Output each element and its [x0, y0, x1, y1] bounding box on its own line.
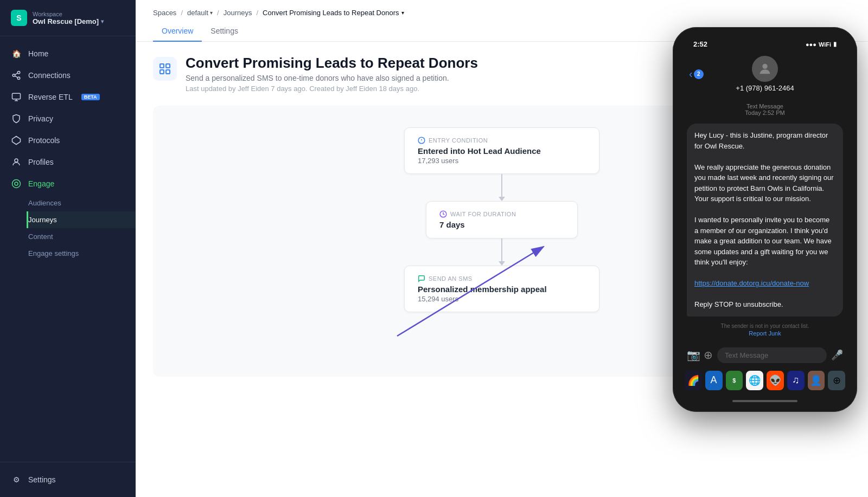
- sidebar-logo: S: [11, 10, 27, 26]
- phone-screen: 2:52 ●●● WiFi ▮ ‹ 2 +1 (978) 961-2464: [680, 35, 850, 404]
- phone-status-bar: 2:52 ●●● WiFi ▮: [680, 35, 850, 51]
- sidebar-item-home[interactable]: 🏠 Home: [0, 43, 136, 64]
- svg-point-10: [12, 180, 21, 188]
- chrome-dock-icon[interactable]: 🌐: [746, 371, 763, 390]
- entry-condition-node[interactable]: Entry condition Entered into Hot Lead Au…: [404, 127, 599, 174]
- flow-arrow-1: [499, 197, 505, 201]
- svg-rect-12: [160, 64, 164, 68]
- flow-arrow-2: [499, 261, 505, 266]
- chat-disclaimer: The sender is not in your contact list.: [687, 320, 843, 330]
- text-message-input[interactable]: Text Message: [717, 347, 827, 363]
- svg-rect-13: [166, 64, 170, 68]
- svg-marker-8: [12, 137, 21, 145]
- sidebar-item-content[interactable]: Content: [28, 228, 136, 245]
- profiles-icon: [11, 157, 22, 167]
- sidebar-item-settings[interactable]: ⚙ Settings: [0, 469, 136, 490]
- svg-line-3: [15, 76, 17, 78]
- sidebar-bottom: ⚙ Settings: [0, 462, 136, 497]
- home-indicator: [732, 400, 797, 402]
- breadcrumb-default[interactable]: default ▾: [187, 9, 213, 17]
- phone-input-icons: 📷 ⊕: [687, 348, 713, 362]
- sidebar-item-reverse-etl[interactable]: Reverse ETL BETA: [0, 86, 136, 108]
- svg-point-2: [17, 77, 20, 80]
- settings-icon: ⚙: [11, 474, 22, 485]
- phone-back-button[interactable]: ‹ 2: [689, 68, 704, 80]
- back-chevron-icon: ‹: [689, 68, 693, 80]
- user-dock-icon[interactable]: 👤: [808, 371, 825, 390]
- phone-home-bar: [680, 396, 850, 404]
- extra-dock-icon[interactable]: ⊕: [828, 371, 845, 390]
- sidebar-item-connections[interactable]: Connections: [0, 64, 136, 86]
- phone-avatar: [752, 56, 778, 82]
- svg-rect-14: [166, 70, 170, 74]
- journey-icon: [153, 57, 177, 81]
- sms-title: Personalized membership appeal: [418, 285, 586, 294]
- breadcrumb-journeys[interactable]: Journeys: [224, 9, 252, 17]
- journey-info: Convert Promising Leads to Repeat Donors…: [186, 55, 478, 93]
- sidebar-item-profiles[interactable]: Profiles: [0, 151, 136, 173]
- wait-duration-node[interactable]: Wait for duration 7 days: [426, 201, 578, 238]
- sidebar-item-journeys[interactable]: Journeys: [27, 211, 136, 228]
- chat-bubble: Hey Lucy - this is Justine, program dire…: [687, 124, 843, 317]
- appstore-dock-icon[interactable]: A: [705, 371, 723, 390]
- svg-point-1: [12, 74, 15, 77]
- svg-point-22: [762, 64, 767, 69]
- beta-badge: BETA: [81, 94, 100, 100]
- appstore-icon[interactable]: ⊕: [704, 348, 713, 362]
- message-link[interactable]: https://donate.dotorg.icu/donate-now: [694, 279, 809, 287]
- sidebar-item-protocols[interactable]: Protocols: [0, 130, 136, 151]
- phone-status-icons: ●●● WiFi ▮: [806, 41, 837, 48]
- connections-icon: [11, 70, 22, 81]
- sidebar-item-audiences[interactable]: Audiences: [28, 195, 136, 211]
- breadcrumb-sep-3: /: [256, 9, 258, 17]
- svg-point-0: [17, 72, 20, 74]
- journey-meta: Last updated by Jeff Eiden 7 days ago. C…: [186, 85, 478, 93]
- svg-rect-15: [160, 70, 164, 74]
- music-dock-icon[interactable]: ♫: [787, 371, 805, 390]
- protocols-icon: [11, 135, 22, 146]
- sidebar-item-privacy[interactable]: Privacy: [0, 108, 136, 130]
- send-sms-node[interactable]: Send an SMS Personalized membership appe…: [404, 266, 599, 312]
- sidebar-header: S Workspace Owl Rescue [Demo] ▾: [0, 0, 136, 36]
- breadcrumb-dropdown-icon: ▾: [401, 10, 404, 16]
- reverse-etl-icon: [11, 92, 22, 102]
- phone-chat-area: Text Message Today 2:52 PM Hey Lucy - th…: [680, 99, 850, 343]
- flow-connector-2: [499, 238, 505, 266]
- workspace-info: Workspace Owl Rescue [Demo] ▾: [33, 11, 104, 25]
- wait-title: 7 days: [439, 220, 564, 229]
- sms-label: Send an SMS: [418, 275, 586, 282]
- camera-icon[interactable]: 📷: [687, 348, 700, 362]
- flow-line-2: [501, 238, 502, 261]
- battery-icon: ▮: [833, 41, 837, 48]
- breadcrumb-spaces[interactable]: Spaces: [153, 9, 176, 17]
- reddit-dock-icon[interactable]: 👽: [767, 371, 784, 390]
- sidebar: S Workspace Owl Rescue [Demo] ▾ 🏠 Home C…: [0, 0, 136, 497]
- photos-dock-icon[interactable]: 🌈: [685, 371, 702, 390]
- sidebar-item-engage[interactable]: Engage: [0, 173, 136, 195]
- chat-report-junk[interactable]: Report Junk: [687, 330, 843, 337]
- phone-frame: 2:52 ●●● WiFi ▮ ‹ 2 +1 (978) 961-2464: [673, 27, 857, 412]
- cash-dock-icon[interactable]: $: [726, 371, 743, 390]
- mic-icon[interactable]: 🎤: [831, 349, 843, 361]
- flow-line-1: [501, 174, 502, 197]
- entry-title: Entered into Hot Lead Audience: [418, 146, 586, 156]
- svg-point-9: [15, 159, 18, 162]
- chevron-down-icon: ▾: [210, 10, 213, 16]
- home-icon: 🏠: [11, 48, 22, 59]
- journey-title: Convert Promising Leads to Repeat Donors: [186, 55, 478, 72]
- sms-users: 15,294 users: [418, 295, 586, 303]
- tab-overview[interactable]: Overview: [153, 21, 202, 42]
- notification-badge: 2: [694, 69, 704, 79]
- wifi-icon: WiFi: [819, 41, 831, 48]
- engage-submenu: Audiences Journeys Content Engage settin…: [0, 195, 136, 262]
- breadcrumb-current: Convert Promising Leads to Repeat Donors…: [263, 9, 404, 17]
- tab-settings[interactable]: Settings: [202, 21, 247, 42]
- svg-line-4: [15, 73, 17, 75]
- breadcrumb-sep-2: /: [217, 9, 219, 17]
- sidebar-nav: 🏠 Home Connections Reverse ETL BETA Priv…: [0, 36, 136, 462]
- journey-description: Send a personalized SMS to one-time dono…: [186, 74, 478, 82]
- sidebar-item-engage-settings[interactable]: Engage settings: [28, 245, 136, 262]
- phone-input-row: 📷 ⊕ Text Message 🎤: [680, 343, 850, 367]
- entry-users: 17,293 users: [418, 157, 586, 165]
- svg-rect-5: [12, 93, 21, 99]
